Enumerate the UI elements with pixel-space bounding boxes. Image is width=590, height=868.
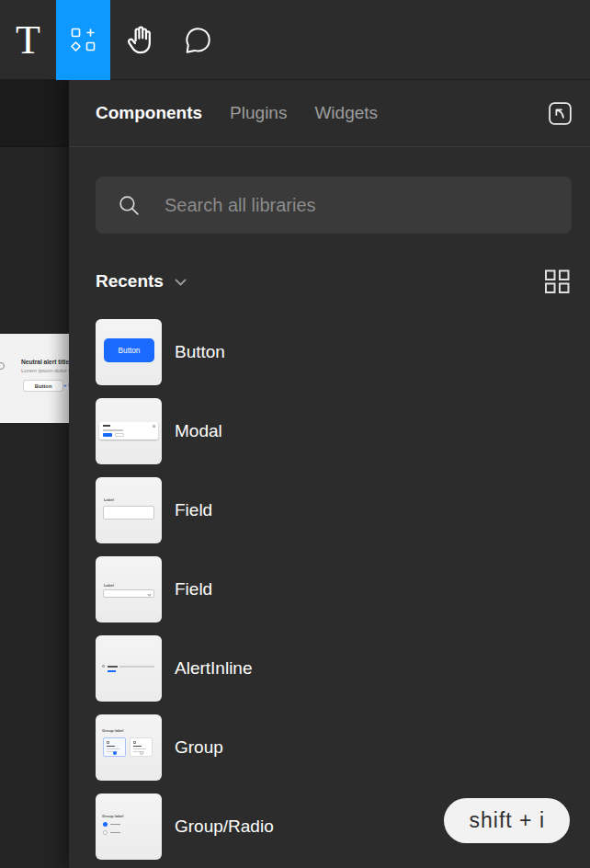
mini-group-label: Group label [102, 728, 123, 733]
mini-field-input [103, 506, 154, 520]
canvas-dark-band [0, 80, 69, 147]
item-label: AlertInline [175, 658, 253, 679]
mini-select-input [103, 589, 154, 598]
mini-radio-row-unselected [103, 830, 120, 835]
mini-card-unselected [130, 737, 153, 757]
hand-tool-button[interactable] [110, 0, 171, 80]
mini-card-selected [103, 737, 126, 757]
mini-group-label: Group label [102, 814, 123, 818]
alertinline-thumbnail [96, 635, 162, 702]
grid-view-button[interactable] [542, 268, 572, 295]
mini-radio-on-icon [103, 822, 108, 827]
tab-components[interactable]: Components [96, 103, 202, 123]
list-item-alertinline[interactable]: AlertInline [96, 629, 572, 708]
tab-plugins[interactable]: Plugins [230, 103, 287, 123]
item-label: Modal [175, 421, 222, 441]
modal-thumbnail [96, 398, 162, 464]
list-item-modal[interactable]: Modal [96, 392, 572, 471]
text-tool-button[interactable]: T [0, 0, 56, 80]
list-item-field[interactable]: Label Field [96, 471, 572, 550]
component-list: Button Button Moda [96, 313, 572, 866]
canvas-alert-card[interactable]: Neutral alert title Lorem ipsum dolor am… [0, 334, 69, 423]
shortcut-badge-label: shift + i [469, 808, 545, 833]
mini-modal [99, 422, 158, 440]
mini-select-chevron-icon [147, 592, 151, 596]
popout-icon [546, 99, 574, 128]
item-label: Group [175, 737, 223, 758]
mini-radio-row-selected [103, 822, 120, 827]
components-tool-button[interactable] [56, 0, 110, 80]
search-bar [96, 177, 572, 234]
grid-view-icon [544, 269, 571, 294]
canvas[interactable]: Neutral alert title Lorem ipsum dolor am… [0, 80, 69, 868]
hand-tool-icon [123, 23, 158, 58]
list-item-group[interactable]: Group label Group [96, 708, 572, 787]
list-item-button[interactable]: Button Button [96, 313, 572, 392]
tab-widgets[interactable]: Widgets [314, 103, 378, 123]
search-icon [118, 194, 141, 217]
alert-card-button: Button [23, 380, 63, 392]
popout-panel-button[interactable] [540, 94, 579, 132]
shortcut-badge: shift + i [444, 798, 570, 843]
item-label: Button [175, 342, 225, 362]
panel-header: Components Plugins Widgets [69, 80, 590, 147]
mini-field-label: Label [104, 497, 114, 502]
text-tool-icon: T [16, 20, 40, 61]
recents-title: Recents [96, 271, 164, 291]
field-thumbnail: Label [96, 477, 162, 543]
button-thumbnail: Button [96, 319, 162, 385]
mini-alert-icon [102, 665, 105, 668]
toolbar: T [0, 0, 590, 80]
comment-tool-icon [182, 25, 213, 56]
alert-card-body: Lorem ipsum dolor amet consec [21, 368, 69, 374]
group-thumbnail: Group label [96, 714, 162, 781]
item-label: Field [175, 579, 212, 600]
recents-section-header[interactable]: Recents [96, 268, 572, 294]
group-radio-thumbnail: Group label [96, 794, 162, 860]
mini-button: Button [104, 338, 154, 362]
search-input[interactable] [165, 195, 557, 216]
chevron-down-icon [175, 279, 187, 287]
mini-radio-off-icon [103, 830, 108, 835]
comment-tool-button[interactable] [171, 0, 224, 80]
item-label: Field [175, 500, 212, 520]
panel-tabs: Components Plugins Widgets [96, 103, 540, 123]
info-circle-icon [0, 362, 5, 370]
panel-body: Recents Butto [69, 177, 590, 866]
components-tool-icon [71, 28, 96, 52]
list-item-field-select[interactable]: Label Field [96, 550, 572, 629]
alert-card-title: Neutral alert title [21, 359, 69, 365]
components-panel: Components Plugins Widgets Recen [69, 80, 590, 868]
figma-window: T Neutral alert title Lorem ip [0, 0, 590, 868]
item-label: Group/Radio [175, 817, 274, 837]
field-select-thumbnail: Label [96, 556, 162, 622]
mini-field-label: Label [104, 583, 114, 588]
